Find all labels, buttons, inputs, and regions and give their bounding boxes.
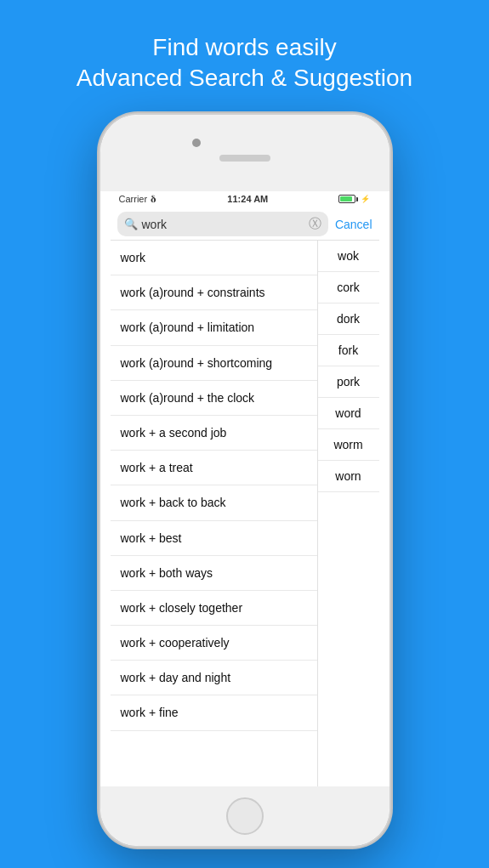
- side-results-list: wokcorkdorkforkporkwordwormworn: [318, 241, 379, 786]
- main-list-item[interactable]: work: [111, 241, 317, 275]
- main-list-item[interactable]: work (a)round + constraints: [111, 275, 317, 310]
- phone-top-bar: [100, 115, 389, 191]
- side-list-item[interactable]: worm: [318, 429, 379, 461]
- main-list-item[interactable]: work (a)round + limitation: [111, 310, 317, 345]
- battery-tip: [356, 197, 358, 201]
- charging-icon: ⚡: [361, 195, 370, 203]
- search-input-wrapper[interactable]: 🔍 work Ⓧ: [117, 212, 328, 236]
- side-list-item[interactable]: fork: [318, 335, 379, 366]
- carrier-info: Carrier 𝛅: [119, 193, 157, 205]
- battery-fill: [340, 196, 352, 201]
- side-list-item[interactable]: worn: [318, 461, 379, 492]
- speaker: [219, 155, 270, 162]
- main-list-item[interactable]: work + both ways: [111, 556, 317, 591]
- carrier-label: Carrier: [119, 194, 148, 204]
- battery-icon: [338, 195, 358, 203]
- phone-inner: Carrier 𝛅 11:24 AM ⚡: [100, 115, 389, 846]
- status-bar: Carrier 𝛅 11:24 AM ⚡: [111, 190, 379, 208]
- header-section: Find words easily Advanced Search & Sugg…: [0, 0, 489, 110]
- main-list-item[interactable]: work (a)round + shortcoming: [111, 346, 317, 381]
- results-container: workwork (a)round + constraintswork (a)r…: [111, 241, 379, 786]
- header-title: Find words easily: [0, 32, 489, 63]
- main-list-item[interactable]: work + a second job: [111, 416, 317, 451]
- screen-content: Carrier 𝛅 11:24 AM ⚡: [111, 190, 379, 786]
- front-camera: [192, 139, 201, 147]
- status-time: 11:24 AM: [227, 194, 268, 204]
- main-results-list: workwork (a)round + constraintswork (a)r…: [111, 241, 318, 786]
- main-list-item[interactable]: work + closely together: [111, 591, 317, 626]
- main-list-item[interactable]: work + a treat: [111, 451, 317, 485]
- phone-bottom: [100, 786, 389, 846]
- main-list-item[interactable]: work + best: [111, 521, 317, 556]
- search-icon: 🔍: [124, 218, 138, 230]
- clear-search-button[interactable]: Ⓧ: [309, 216, 321, 232]
- side-list-item[interactable]: word: [318, 398, 379, 429]
- side-list-item[interactable]: dork: [318, 304, 379, 335]
- status-right: ⚡: [338, 195, 370, 203]
- phone-mockup: Carrier 𝛅 11:24 AM ⚡: [100, 115, 389, 846]
- header-subtitle: Advanced Search & Suggestion: [0, 63, 489, 94]
- search-input[interactable]: work: [142, 218, 304, 231]
- main-list-item[interactable]: work + back to back: [111, 485, 317, 520]
- cancel-button[interactable]: Cancel: [335, 218, 372, 231]
- phone-screen: Carrier 𝛅 11:24 AM ⚡: [111, 190, 379, 786]
- home-button[interactable]: [226, 797, 264, 835]
- side-list-item[interactable]: pork: [318, 366, 379, 398]
- main-list-item[interactable]: work + day and night: [111, 661, 317, 695]
- side-list-item[interactable]: wok: [318, 241, 379, 272]
- side-list-item[interactable]: cork: [318, 272, 379, 304]
- battery-body: [338, 195, 355, 203]
- main-list-item[interactable]: work + fine: [111, 695, 317, 730]
- wifi-icon: 𝛅: [151, 193, 156, 205]
- search-bar: 🔍 work Ⓧ Cancel: [111, 208, 379, 241]
- main-list-item[interactable]: work + cooperatively: [111, 626, 317, 661]
- main-list-item[interactable]: work (a)round + the clock: [111, 381, 317, 416]
